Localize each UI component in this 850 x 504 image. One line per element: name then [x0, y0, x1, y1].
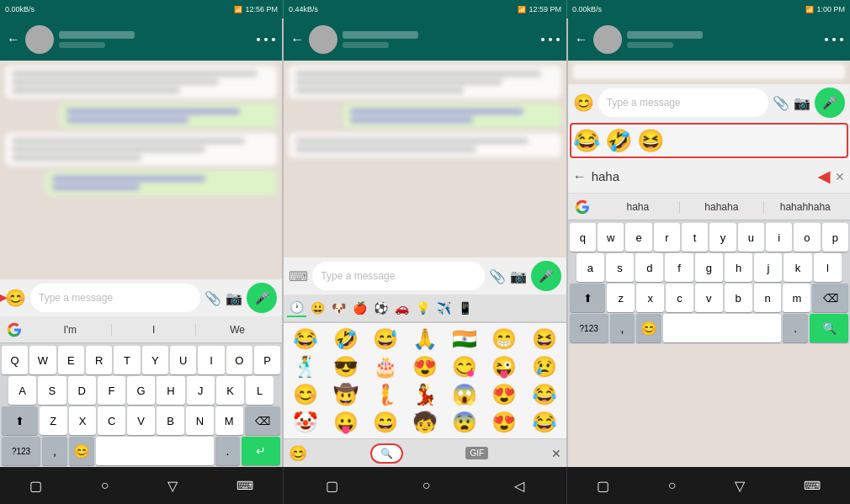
key-r[interactable]: R [86, 346, 112, 374]
emoji-close-btn[interactable]: ✕ [551, 447, 561, 460]
emoji-suggest-1[interactable]: 😂 [573, 128, 600, 154]
nav-circle-3[interactable]: ○ [668, 478, 677, 493]
suggestion-1-1[interactable]: I'm [29, 324, 112, 336]
search-back-btn[interactable]: ← [573, 169, 587, 184]
key-o[interactable]: O [226, 346, 252, 374]
back-icon-1[interactable]: ← [7, 32, 20, 47]
nav-keyboard-3[interactable]: ⌨ [804, 479, 821, 492]
emoji-btn-1[interactable]: 😊 [5, 288, 26, 308]
nav-back-3[interactable]: ▽ [735, 478, 745, 494]
emoji-item[interactable]: 😨 [445, 409, 484, 436]
nav-back-1[interactable]: ▽ [167, 478, 178, 494]
key-f[interactable]: F [98, 376, 125, 405]
key-lw[interactable]: w [598, 223, 624, 252]
key-lx[interactable]: x [636, 284, 664, 312]
emoji-item[interactable]: 😂 [286, 326, 325, 353]
emoji-item[interactable]: 🤣 [327, 326, 365, 353]
key-space[interactable] [96, 437, 214, 465]
back-icon-3[interactable]: ← [575, 32, 588, 47]
emoji-tab-food[interactable]: 🍎 [350, 300, 369, 316]
key-lshift[interactable]: ⬆ [570, 284, 606, 312]
key-lp[interactable]: p [822, 223, 848, 252]
emoji-item[interactable]: 😜 [485, 353, 523, 380]
nav-square-1[interactable]: ▢ [29, 478, 42, 494]
key-comma[interactable]: , [42, 437, 67, 465]
key-ld[interactable]: d [635, 253, 663, 282]
nav-keyboard-1[interactable]: ⌨ [236, 479, 253, 492]
key-lh[interactable]: h [725, 253, 752, 282]
key-lc[interactable]: c [666, 284, 693, 312]
mic-btn-1[interactable]: 🎤 [247, 283, 277, 313]
emoji-item[interactable]: 🙏 [406, 326, 444, 353]
key-ldelete[interactable]: ⌫ [812, 284, 848, 312]
emoji-tab-activity[interactable]: ⚽ [371, 300, 390, 316]
emoji-item[interactable]: 🤠 [327, 381, 365, 408]
camera-btn-3[interactable]: 📷 [794, 95, 810, 111]
key-emoji-bottom[interactable]: 😊 [69, 437, 94, 465]
input-field-3[interactable]: Type a message [598, 88, 768, 117]
nav-circle-1[interactable]: ○ [101, 478, 109, 493]
emoji-item[interactable]: 💃 [406, 381, 444, 408]
emoji-item[interactable]: 😋 [445, 353, 484, 380]
key-l[interactable]: L [246, 376, 274, 405]
attach-btn-2[interactable]: 📎 [489, 268, 506, 284]
emoji-suggest-3[interactable]: 😆 [637, 128, 664, 154]
nav-circle-2[interactable]: ○ [422, 478, 431, 493]
key-c[interactable]: C [98, 406, 125, 435]
key-m[interactable]: M [215, 406, 243, 435]
key-la[interactable]: a [576, 253, 604, 282]
emoji-tab-objects[interactable]: 💡 [413, 300, 433, 316]
keyboard-icon-2[interactable]: ⌨ [289, 268, 308, 284]
emoji-item[interactable]: 🧒 [406, 409, 444, 436]
key-h[interactable]: H [157, 376, 184, 405]
key-k[interactable]: K [216, 376, 244, 405]
key-lo[interactable]: o [794, 223, 820, 252]
suggestion-3-1[interactable]: haha [597, 201, 680, 213]
key-z[interactable]: Z [40, 406, 67, 435]
mic-btn-2[interactable]: 🎤 [531, 261, 561, 291]
key-s[interactable]: S [38, 376, 66, 405]
suggestion-1-3[interactable]: We [196, 324, 279, 336]
key-lz[interactable]: z [607, 284, 635, 312]
key-lm[interactable]: m [783, 284, 810, 312]
key-ln[interactable]: n [754, 284, 782, 312]
key-a[interactable]: A [8, 376, 36, 405]
search-close-btn[interactable]: ✕ [835, 170, 845, 183]
emoji-item[interactable]: 😁 [485, 326, 523, 353]
key-enter[interactable]: ↵ [242, 437, 280, 465]
emoji-search-box[interactable]: 🔍 [370, 443, 403, 464]
key-lq[interactable]: q [570, 223, 596, 252]
key-lg[interactable]: g [695, 253, 723, 282]
camera-btn-2[interactable]: 📷 [510, 268, 527, 284]
emoji-item[interactable]: 😂 [524, 381, 563, 408]
suggestion-3-2[interactable]: hahaha [680, 201, 763, 213]
key-t[interactable]: T [114, 346, 140, 374]
key-lb[interactable]: b [725, 284, 752, 312]
key-d[interactable]: D [68, 376, 96, 405]
suggestion-3-3[interactable]: hahahhaha [764, 201, 847, 213]
key-lsymbols[interactable]: ?123 [570, 314, 608, 342]
emoji-item[interactable]: 😛 [327, 409, 365, 436]
key-lt[interactable]: t [682, 223, 708, 252]
emoji-tab-smileys[interactable]: 😀 [308, 300, 327, 316]
key-lf[interactable]: f [665, 253, 693, 282]
nav-square-2[interactable]: ▢ [326, 478, 338, 494]
key-n[interactable]: N [186, 406, 214, 435]
key-p[interactable]: P [254, 346, 280, 374]
key-lcomma[interactable]: , [610, 314, 635, 342]
emoji-bottom-emoji-icon[interactable]: 😊 [289, 444, 307, 463]
key-lk[interactable]: k [784, 253, 811, 282]
key-e[interactable]: E [58, 346, 84, 374]
suggestion-1-2[interactable]: I [112, 324, 195, 336]
mic-btn-3[interactable]: 🎤 [815, 88, 845, 118]
emoji-item[interactable]: 🧜 [366, 381, 405, 408]
emoji-item[interactable]: 😍 [406, 353, 444, 380]
key-li[interactable]: i [766, 223, 792, 252]
input-field-2[interactable]: Type a message [312, 262, 484, 290]
key-le[interactable]: e [625, 223, 651, 252]
back-icon-2[interactable]: ← [290, 32, 304, 47]
key-lr[interactable]: r [654, 223, 680, 252]
key-x[interactable]: X [69, 406, 97, 435]
emoji-btn-3[interactable]: 😊 [573, 93, 594, 113]
emoji-item[interactable]: 😆 [524, 326, 563, 353]
